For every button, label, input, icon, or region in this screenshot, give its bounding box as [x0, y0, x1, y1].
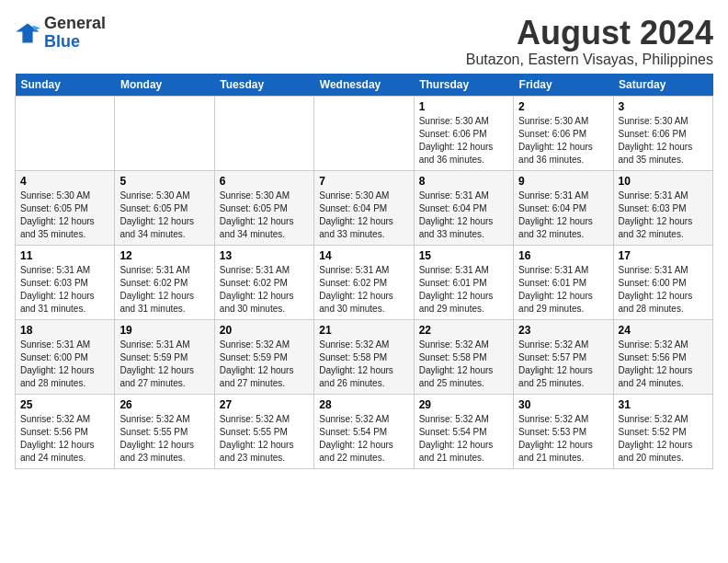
day-info: Sunrise: 5:31 AM Sunset: 6:04 PM Dayligh…	[419, 190, 508, 241]
day-info: Sunrise: 5:31 AM Sunset: 6:00 PM Dayligh…	[619, 264, 708, 316]
logo-text: General Blue	[44, 15, 106, 52]
col-header-tuesday: Tuesday	[214, 74, 313, 97]
day-number: 6	[220, 175, 309, 188]
day-number: 19	[119, 324, 209, 337]
svg-marker-0	[16, 23, 39, 42]
calendar-header-row: SundayMondayTuesdayWednesdayThursdayFrid…	[16, 74, 713, 97]
day-number: 9	[518, 175, 608, 188]
day-info: Sunrise: 5:32 AM Sunset: 5:58 PM Dayligh…	[419, 339, 508, 390]
day-number: 15	[419, 249, 508, 262]
day-info: Sunrise: 5:31 AM Sunset: 5:59 PM Dayligh…	[119, 339, 209, 390]
day-number: 31	[619, 398, 708, 411]
day-info: Sunrise: 5:30 AM Sunset: 6:06 PM Dayligh…	[419, 115, 508, 167]
calendar-cell: 20Sunrise: 5:32 AM Sunset: 5:59 PM Dayli…	[214, 319, 313, 394]
day-info: Sunrise: 5:32 AM Sunset: 5:54 PM Dayligh…	[319, 413, 408, 465]
calendar-cell: 29Sunrise: 5:32 AM Sunset: 5:54 PM Dayli…	[414, 394, 513, 468]
calendar-cell: 18Sunrise: 5:31 AM Sunset: 6:00 PM Dayli…	[16, 319, 115, 394]
calendar-subtitle: Butazon, Eastern Visayas, Philippines	[466, 52, 713, 68]
day-info: Sunrise: 5:30 AM Sunset: 6:05 PM Dayligh…	[119, 190, 209, 241]
day-info: Sunrise: 5:31 AM Sunset: 6:03 PM Dayligh…	[619, 190, 708, 241]
day-info: Sunrise: 5:31 AM Sunset: 6:00 PM Dayligh…	[20, 339, 109, 390]
day-number: 11	[20, 249, 109, 262]
calendar-cell: 28Sunrise: 5:32 AM Sunset: 5:54 PM Dayli…	[314, 394, 414, 468]
day-number: 23	[518, 324, 608, 337]
calendar-cell: 14Sunrise: 5:31 AM Sunset: 6:02 PM Dayli…	[314, 245, 414, 319]
day-info: Sunrise: 5:32 AM Sunset: 5:53 PM Dayligh…	[518, 413, 608, 465]
calendar-cell: 16Sunrise: 5:31 AM Sunset: 6:01 PM Dayli…	[514, 245, 613, 319]
day-number: 24	[619, 324, 708, 337]
calendar-cell: 15Sunrise: 5:31 AM Sunset: 6:01 PM Dayli…	[414, 245, 513, 319]
day-number: 30	[518, 398, 608, 411]
day-number: 13	[220, 249, 309, 262]
day-number: 14	[319, 249, 408, 262]
calendar-title: August 2024	[466, 15, 713, 52]
calendar-cell: 4Sunrise: 5:30 AM Sunset: 6:05 PM Daylig…	[16, 170, 115, 245]
day-number: 22	[419, 324, 508, 337]
day-number: 17	[619, 249, 708, 262]
calendar-cell: 21Sunrise: 5:32 AM Sunset: 5:58 PM Dayli…	[314, 319, 414, 394]
week-row-5: 25Sunrise: 5:32 AM Sunset: 5:56 PM Dayli…	[16, 394, 713, 468]
col-header-wednesday: Wednesday	[314, 74, 414, 97]
day-number: 21	[319, 324, 408, 337]
calendar-cell: 8Sunrise: 5:31 AM Sunset: 6:04 PM Daylig…	[414, 170, 513, 245]
calendar-cell	[115, 96, 214, 170]
week-row-3: 11Sunrise: 5:31 AM Sunset: 6:03 PM Dayli…	[16, 245, 713, 319]
col-header-monday: Monday	[115, 74, 214, 97]
day-number: 2	[518, 100, 608, 113]
col-header-sunday: Sunday	[16, 74, 115, 97]
calendar-cell: 6Sunrise: 5:30 AM Sunset: 6:05 PM Daylig…	[214, 170, 313, 245]
calendar-cell: 5Sunrise: 5:30 AM Sunset: 6:05 PM Daylig…	[115, 170, 214, 245]
week-row-2: 4Sunrise: 5:30 AM Sunset: 6:05 PM Daylig…	[16, 170, 713, 245]
calendar-cell	[314, 96, 414, 170]
day-info: Sunrise: 5:32 AM Sunset: 5:54 PM Dayligh…	[419, 413, 508, 465]
day-info: Sunrise: 5:30 AM Sunset: 6:05 PM Dayligh…	[20, 190, 109, 241]
calendar-cell: 2Sunrise: 5:30 AM Sunset: 6:06 PM Daylig…	[514, 96, 613, 170]
day-number: 25	[20, 398, 109, 411]
day-info: Sunrise: 5:31 AM Sunset: 6:02 PM Dayligh…	[220, 264, 309, 316]
day-number: 3	[619, 100, 708, 113]
calendar-cell: 13Sunrise: 5:31 AM Sunset: 6:02 PM Dayli…	[214, 245, 313, 319]
day-number: 28	[319, 398, 408, 411]
day-info: Sunrise: 5:32 AM Sunset: 5:55 PM Dayligh…	[220, 413, 309, 465]
calendar-cell: 26Sunrise: 5:32 AM Sunset: 5:55 PM Dayli…	[115, 394, 214, 468]
day-number: 4	[20, 175, 109, 188]
day-number: 10	[619, 175, 708, 188]
day-number: 8	[419, 175, 508, 188]
day-number: 1	[419, 100, 508, 113]
day-number: 20	[220, 324, 309, 337]
day-info: Sunrise: 5:30 AM Sunset: 6:06 PM Dayligh…	[518, 115, 608, 167]
calendar-cell: 31Sunrise: 5:32 AM Sunset: 5:52 PM Dayli…	[613, 394, 712, 468]
col-header-saturday: Saturday	[613, 74, 712, 97]
day-info: Sunrise: 5:32 AM Sunset: 5:59 PM Dayligh…	[220, 339, 309, 390]
calendar-cell: 12Sunrise: 5:31 AM Sunset: 6:02 PM Dayli…	[115, 245, 214, 319]
calendar-cell: 22Sunrise: 5:32 AM Sunset: 5:58 PM Dayli…	[414, 319, 513, 394]
day-info: Sunrise: 5:32 AM Sunset: 5:57 PM Dayligh…	[518, 339, 608, 390]
day-info: Sunrise: 5:32 AM Sunset: 5:55 PM Dayligh…	[119, 413, 209, 465]
calendar-cell: 7Sunrise: 5:30 AM Sunset: 6:04 PM Daylig…	[314, 170, 414, 245]
calendar-cell: 27Sunrise: 5:32 AM Sunset: 5:55 PM Dayli…	[214, 394, 313, 468]
day-info: Sunrise: 5:30 AM Sunset: 6:06 PM Dayligh…	[619, 115, 708, 167]
day-info: Sunrise: 5:31 AM Sunset: 6:01 PM Dayligh…	[518, 264, 608, 316]
day-info: Sunrise: 5:32 AM Sunset: 5:52 PM Dayligh…	[619, 413, 708, 465]
calendar-cell	[16, 96, 115, 170]
day-number: 16	[518, 249, 608, 262]
day-number: 5	[119, 175, 209, 188]
calendar-cell: 1Sunrise: 5:30 AM Sunset: 6:06 PM Daylig…	[414, 96, 513, 170]
calendar-cell: 3Sunrise: 5:30 AM Sunset: 6:06 PM Daylig…	[613, 96, 712, 170]
day-info: Sunrise: 5:31 AM Sunset: 6:01 PM Dayligh…	[419, 264, 508, 316]
day-info: Sunrise: 5:31 AM Sunset: 6:03 PM Dayligh…	[20, 264, 109, 316]
calendar-cell: 17Sunrise: 5:31 AM Sunset: 6:00 PM Dayli…	[613, 245, 712, 319]
logo-bird-icon	[15, 20, 40, 46]
svg-marker-1	[33, 25, 40, 30]
day-number: 27	[220, 398, 309, 411]
calendar-table: SundayMondayTuesdayWednesdayThursdayFrid…	[15, 74, 713, 469]
day-number: 12	[119, 249, 209, 262]
day-info: Sunrise: 5:30 AM Sunset: 6:04 PM Dayligh…	[319, 190, 408, 241]
day-info: Sunrise: 5:30 AM Sunset: 6:05 PM Dayligh…	[220, 190, 309, 241]
day-info: Sunrise: 5:32 AM Sunset: 5:56 PM Dayligh…	[619, 339, 708, 390]
logo: General Blue	[15, 15, 106, 52]
day-number: 7	[319, 175, 408, 188]
calendar-cell: 24Sunrise: 5:32 AM Sunset: 5:56 PM Dayli…	[613, 319, 712, 394]
day-info: Sunrise: 5:31 AM Sunset: 6:02 PM Dayligh…	[319, 264, 408, 316]
day-info: Sunrise: 5:31 AM Sunset: 6:02 PM Dayligh…	[119, 264, 209, 316]
